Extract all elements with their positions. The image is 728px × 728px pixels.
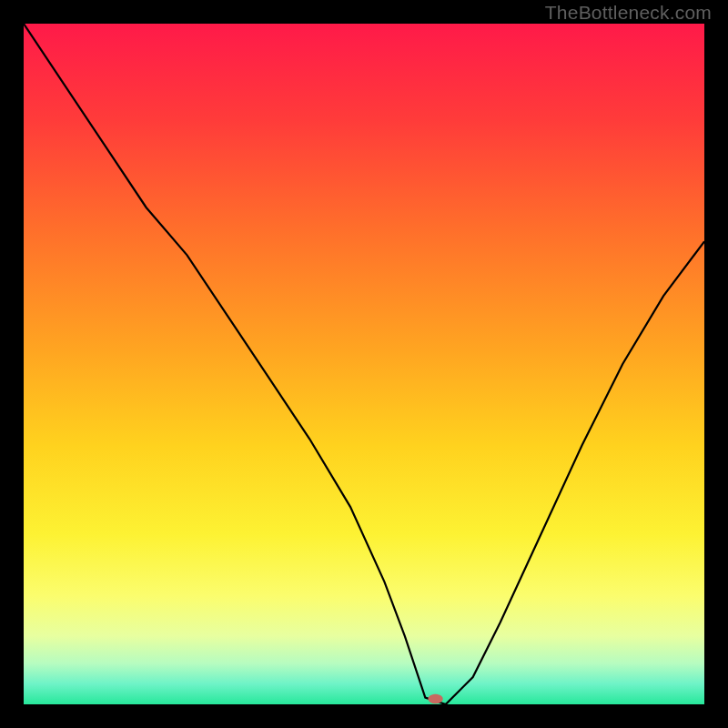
watermark-text: TheBottleneck.com xyxy=(545,2,712,24)
chart-background xyxy=(24,24,704,704)
bottleneck-chart xyxy=(24,24,704,704)
optimal-marker-icon xyxy=(428,694,442,703)
